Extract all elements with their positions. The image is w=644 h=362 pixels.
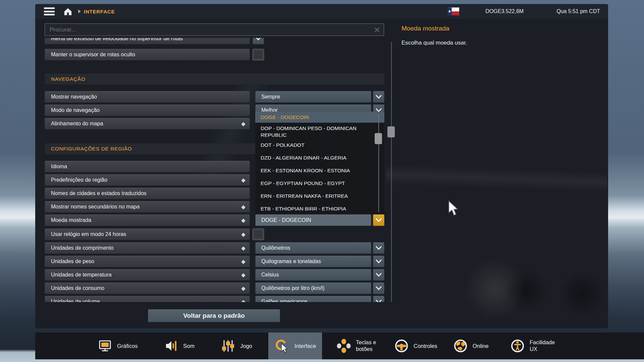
currency-dropdown-button[interactable] (373, 215, 384, 226)
texas-flag-icon (447, 7, 459, 15)
tab-label: Controles (414, 343, 437, 349)
setting-row-speed-alert: Alerta de excesso de velocidade no super… (45, 38, 250, 44)
setting-label: Unidades de temperatura (51, 272, 112, 278)
truck-wheel-shadow (505, 269, 548, 312)
settings-scrollbar-thumb[interactable] (387, 126, 395, 137)
search-box (45, 23, 384, 36)
settings-panel: INTERFACE DOGE3.522,6M Qua 5:51 pm CDT (35, 4, 608, 328)
currency-option[interactable]: EEK - ESTONIAN KROON - ESTONIA (255, 167, 384, 174)
currency-option[interactable]: EGP - EGYPTIAN POUND - EGYPT (255, 180, 384, 187)
setting-row-translated-city-names: Nomes de cidades e estados traduzidos (45, 188, 250, 199)
home-icon[interactable] (63, 7, 72, 16)
show-navigation-dropdown-button[interactable] (373, 91, 384, 103)
setting-row-temperature-units: Unidades de temperatura (45, 269, 250, 281)
setting-row-region-presets: Predefinições de região (45, 174, 250, 186)
setting-row-displayed-currency: Moeda mostrada (45, 215, 250, 226)
currency-option[interactable]: DOP - DOMINICAN PESO - DOMINICAN REPUBLI… (255, 125, 368, 138)
player-money: DOGE3.522,6M (485, 8, 524, 14)
volume-units-dropdown-button[interactable] (373, 296, 384, 302)
tab-label: Online (473, 343, 489, 349)
setting-label: Unidades de volume (51, 299, 100, 302)
setting-label: Predefinições de região (51, 177, 107, 183)
tab-controls[interactable]: Controles (388, 333, 443, 359)
modified-diamond-icon (241, 205, 246, 209)
currency-option[interactable]: ETB - ETHIOPIAN BIRR - ETHIOPIA (255, 205, 384, 212)
setting-label: Mostrar nomes secundários no mapa (51, 204, 140, 209)
modified-diamond-icon (241, 300, 246, 302)
setting-label: Moeda mostrada (51, 217, 91, 223)
keys-buttons-icon (336, 339, 351, 353)
tab-sound[interactable]: Som (158, 333, 201, 359)
steering-wheel-icon (394, 339, 409, 353)
tab-label: Facilidade UX (530, 339, 558, 353)
breadcrumb: INTERFACE (84, 9, 115, 14)
hamburger-menu-icon[interactable] (44, 7, 55, 15)
interface-cursor-icon (274, 338, 290, 354)
volume-units-dropdown[interactable]: Galões americanos (255, 296, 371, 302)
consumption-units-dropdown-button[interactable] (373, 283, 384, 294)
globe-icon (453, 339, 468, 353)
temperature-units-dropdown-button[interactable] (373, 269, 384, 281)
settings-tab-bar: Gráficos Som (35, 333, 644, 359)
dropdown-scrollbar-thumb[interactable] (375, 133, 382, 144)
setting-label: Unidades de peso (51, 258, 94, 264)
temperature-units-dropdown[interactable]: Celsius (255, 269, 371, 281)
tab-label: Som (183, 343, 195, 349)
top-bar-right: DOGE3.522,6M Qua 5:51 pm CDT (447, 7, 608, 15)
settings-scrollbar-track[interactable] (391, 42, 392, 302)
tab-game[interactable]: Jogo (215, 333, 258, 359)
tab-label: Interface (294, 343, 316, 349)
clock-24h-checkbox[interactable] (253, 229, 264, 240)
graphics-monitor-icon (98, 339, 112, 353)
setting-row-consumption-units: Unidades de consumo (45, 283, 250, 294)
setting-label: Unidades de comprimento (51, 245, 114, 251)
tab-label: Gráficos (117, 343, 138, 349)
search-input[interactable] (45, 26, 374, 33)
reset-to-default-button[interactable]: Voltar para o padrão (148, 309, 280, 322)
hide-route-advisor-checkbox[interactable] (253, 49, 264, 60)
tab-online[interactable]: Online (447, 333, 495, 359)
tab-label: Teclas e botões (356, 339, 384, 353)
tab-graphics[interactable]: Gráficos (92, 333, 144, 359)
currency-dropdown-selected[interactable]: DOGE - DOGECOIN (255, 215, 371, 226)
tab-accessibility-ux[interactable]: Facilidade UX (504, 333, 564, 359)
setting-row-secondary-map-names: Mostrar nomes secundários no mapa (45, 201, 250, 213)
sound-speaker-icon (164, 339, 178, 353)
setting-row-map-alignment: Alinhamento do mapa (45, 118, 250, 129)
setting-label: Alinhamento do mapa (51, 121, 103, 126)
modified-diamond-icon (241, 273, 246, 278)
tab-keys-buttons[interactable]: Teclas e botões (330, 333, 390, 359)
close-icon[interactable] (374, 27, 380, 33)
setting-row-navigation-mode: Modo de navegação (45, 105, 250, 116)
consumption-units-dropdown[interactable]: Quilômetros por litro (km/l) (255, 283, 371, 294)
setting-row-show-navigation: Mostrar navegação (45, 91, 250, 103)
setting-row-weight-units: Unidades de peso (45, 256, 250, 267)
modified-diamond-icon (241, 219, 246, 223)
modified-diamond-icon (241, 287, 246, 291)
setting-row-language: Idioma (45, 161, 250, 172)
currency-option-highlighted[interactable]: DOGE - DOGECOIN (255, 112, 384, 123)
headlight-glow (458, 259, 532, 319)
show-navigation-dropdown[interactable]: Sempre (255, 91, 371, 103)
modified-diamond-icon (241, 178, 246, 183)
light-streak (386, 165, 607, 192)
currency-option[interactable]: DZD - ALGERIAN DINAR - ALGERIA (255, 155, 384, 161)
dropdown-scrollbar-track[interactable] (378, 114, 379, 212)
setting-row-volume-units: Unidades de volume (45, 296, 250, 302)
weight-units-dropdown[interactable]: Quilogramas e toneladas (255, 256, 371, 267)
currency-option[interactable]: DOT - POLKADOT (255, 142, 384, 148)
setting-label: Usar relógio em modo 24 horas (51, 231, 126, 237)
tab-interface[interactable]: Interface (268, 333, 322, 359)
modified-diamond-icon (241, 260, 246, 264)
modified-diamond-icon (241, 233, 246, 237)
setting-label: Unidades de consumo (51, 285, 104, 291)
currency-option[interactable]: ERN - ERITREAN NAKFA - ERITREA (255, 193, 384, 199)
game-sliders-icon (221, 339, 235, 353)
weight-units-dropdown-button[interactable] (373, 256, 384, 267)
speed-alert-dropdown-button[interactable] (253, 38, 264, 44)
section-header-navigation: NAVEGAÇÃO (45, 73, 384, 85)
currency-dropdown-list: DOGE - DOGECOIN DOP - DOMINICAN PESO - D… (255, 112, 384, 214)
length-units-dropdown-button[interactable] (373, 242, 384, 254)
length-units-dropdown[interactable]: Quilômetros (255, 242, 371, 254)
setting-row-hide-route-advisor: Manter o supervisor de rotas oculto (45, 49, 250, 60)
